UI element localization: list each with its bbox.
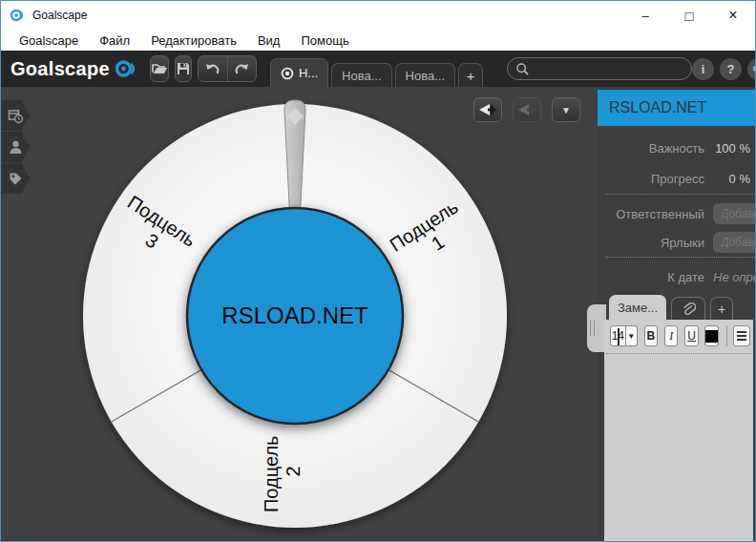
project-tabs: Н... Нова... Нова... + (270, 51, 486, 87)
toolbar: Goalscape (1, 51, 755, 87)
font-size-dropdown-button[interactable]: ▼ (626, 325, 638, 346)
redo-button[interactable] (227, 56, 256, 81)
new-tab-button[interactable]: + (458, 63, 483, 87)
search-icon (515, 62, 530, 76)
notes-panel: 14 ▼ B I U ▾ (604, 320, 753, 541)
properties-sidebar: RSLOAD.NET Важность 100 % Прогресс 0 % О… (598, 87, 755, 541)
progress-value[interactable]: 0 % (706, 172, 750, 186)
tab-notes[interactable]: Заме... (609, 295, 666, 320)
window-title: Goalscape (32, 9, 87, 22)
sidebar-resize-grip[interactable] (587, 304, 606, 352)
bullseye-icon (281, 67, 294, 80)
align-button[interactable] (733, 325, 750, 346)
app-window: Goalscape – □ × Goalscape Файл Редактиро… (0, 0, 756, 542)
underline-button[interactable]: U (684, 325, 698, 346)
menu-help[interactable]: Помощь (290, 33, 359, 48)
color-dropdown-icon: ▾ (714, 338, 717, 344)
owner-label: Ответственный (598, 207, 704, 221)
redo-icon (233, 61, 250, 76)
calendar-clock-icon (8, 108, 24, 124)
goalscape-logo-icon (114, 57, 136, 80)
tab-label: Нова... (406, 69, 445, 83)
maximize-button[interactable]: □ (667, 1, 711, 30)
menu-goalscape[interactable]: Goalscape (9, 33, 89, 48)
close-button[interactable]: × (711, 1, 755, 30)
undo-icon (204, 61, 221, 76)
goal-menu-dropdown-button[interactable]: ▼ (552, 97, 580, 122)
add-sector-icon (477, 101, 498, 118)
menu-file[interactable]: Файл (89, 33, 140, 48)
main-area: Подцель 1 Подцель 3 Подцель 2 RSLOAD.NET (1, 87, 755, 541)
selected-goal-header: RSLOAD.NET (598, 90, 755, 126)
owner-input[interactable] (713, 203, 756, 224)
progress-label: Прогресс (598, 172, 704, 186)
search-box[interactable] (507, 57, 692, 80)
add-subgoal-button[interactable] (473, 97, 502, 122)
logo-text: Goalscape (10, 58, 110, 80)
menu-edit[interactable]: Редактировать (140, 33, 247, 48)
tab-attachments[interactable] (671, 297, 705, 320)
info-button[interactable]: i (692, 58, 714, 80)
minimize-button[interactable]: – (623, 1, 667, 30)
grip-bars-icon (590, 321, 595, 336)
undo-redo-group (198, 55, 257, 82)
divider (605, 194, 755, 195)
undo-button[interactable] (199, 56, 227, 81)
tag-icon (8, 171, 24, 187)
tags-tool-button[interactable] (1, 163, 30, 194)
text-color-button[interactable]: ▾ (704, 325, 719, 346)
tab-label: Нова... (342, 69, 381, 83)
tab-new-project-1[interactable]: Нова... (331, 63, 391, 87)
divider (605, 257, 755, 258)
tags-input[interactable] (713, 232, 756, 253)
tab-label: Н... (299, 66, 318, 80)
bold-button[interactable]: B (644, 325, 658, 346)
add-notes-tab-button[interactable]: + (710, 297, 733, 320)
italic-button[interactable]: I (664, 325, 678, 346)
titlebar: Goalscape – □ × (1, 1, 755, 30)
menu-view[interactable]: Вид (247, 33, 291, 48)
tab-current-project[interactable]: Н... (270, 58, 328, 87)
center-goal-label: RSLOAD.NET (221, 302, 368, 328)
text-format-toolbar: 14 ▼ B I U ▾ (604, 320, 753, 352)
help-button[interactable]: ? (720, 58, 742, 80)
due-date-label: К дате (598, 270, 704, 284)
menubar: Goalscape Файл Редактировать Вид Помощь (1, 30, 755, 51)
canvas-action-buttons: ▼ (473, 97, 580, 122)
app-logo-icon (10, 8, 25, 23)
goal-canvas: Подцель 1 Подцель 3 Подцель 2 RSLOAD.NET (1, 87, 598, 541)
toolbar-separator (726, 325, 727, 346)
settings-button[interactable]: ⚙ (747, 58, 756, 80)
notes-text-area[interactable] (604, 355, 753, 541)
add-sector-icon-disabled (516, 101, 537, 118)
due-date-value[interactable]: Не опре (713, 270, 756, 284)
text-cursor (618, 328, 620, 345)
add-sibling-goal-button (513, 97, 541, 122)
search-input[interactable] (536, 62, 683, 75)
canvas-left-tools (1, 100, 30, 195)
goal-wheel[interactable]: Подцель 1 Подцель 3 Подцель 2 RSLOAD.NET (1, 87, 598, 541)
save-floppy-icon (176, 61, 191, 76)
tab-new-project-2[interactable]: Нова... (395, 63, 455, 87)
divider (606, 353, 751, 354)
people-tool-button[interactable] (1, 132, 30, 162)
person-icon (8, 139, 24, 156)
goalscape-wordmark: Goalscape (10, 57, 136, 80)
tags-label: Ярлыки (598, 236, 704, 250)
open-project-button[interactable] (150, 55, 169, 82)
notes-tabs: Заме... + (609, 295, 733, 320)
importance-value[interactable]: 100 % (706, 141, 750, 156)
open-folder-icon (151, 61, 168, 76)
paperclip-icon (681, 302, 696, 317)
toolbar-right-buttons: i ? ⚙ (692, 58, 756, 80)
schedule-tool-button[interactable] (1, 100, 30, 131)
importance-label: Важность (598, 141, 704, 156)
save-button[interactable] (175, 55, 192, 82)
